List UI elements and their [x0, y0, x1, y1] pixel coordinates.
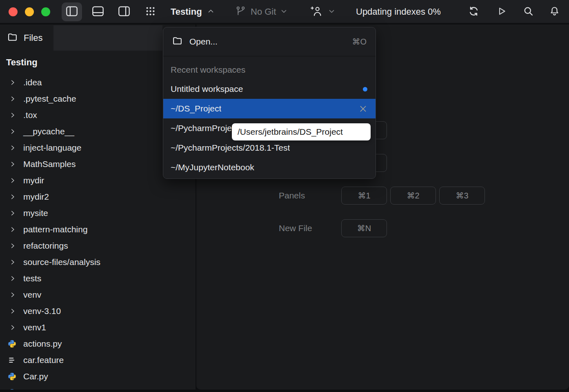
tree-item-label: venv: [23, 290, 41, 300]
tree-item-actions.py[interactable]: actions.py: [0, 336, 196, 352]
git-status-label: No Git: [251, 7, 276, 17]
tree-item-label: __pycache__: [23, 127, 74, 136]
tab-files[interactable]: Files: [0, 25, 53, 51]
chevron-right-icon[interactable]: [10, 210, 16, 216]
tree-item-label: tests: [23, 274, 41, 283]
tree-item-label: mydir2: [23, 192, 49, 202]
tree-item-label: pattern-matching: [23, 225, 88, 234]
tree-item-label: car.feature: [23, 355, 64, 365]
top-bar: Testing No Git Updating indexes 0%: [0, 0, 569, 24]
notifications-button[interactable]: [546, 0, 562, 24]
tree-item-label: .tox: [23, 110, 37, 120]
chevron-right-icon[interactable]: [10, 194, 16, 200]
tree-item-tests[interactable]: tests: [0, 270, 196, 287]
window-close-button[interactable]: [9, 7, 18, 16]
chevron-right-icon[interactable]: [10, 112, 16, 118]
chevron-right-icon[interactable]: [10, 145, 16, 151]
window-zoom-button[interactable]: [41, 7, 50, 16]
chevron-right-icon[interactable]: [10, 325, 16, 330]
recent-workspaces-header: Recent workspaces: [171, 65, 368, 74]
chevron-up-icon: [207, 8, 214, 16]
tree-item-venv-3.10[interactable]: venv-3.10: [0, 303, 196, 319]
layout-left-icon: [66, 6, 78, 18]
search-button[interactable]: [520, 0, 536, 24]
chevron-right-icon[interactable]: [10, 80, 16, 85]
shortcut-keycap: ⌘3: [439, 187, 485, 205]
window-minimize-button[interactable]: [25, 7, 34, 16]
menu-item-open[interactable]: Open... ⌘O: [163, 27, 376, 56]
tree-item-mydir2[interactable]: mydir2: [0, 189, 196, 205]
path-tooltip: /Users/jetbrains/DS_Project: [232, 123, 371, 140]
workspace-item[interactable]: ~/MyJupyterNotebook: [163, 158, 376, 177]
tree-item-label: venv1: [23, 323, 46, 332]
folder-icon: [172, 36, 182, 48]
workspace-grid-button[interactable]: [140, 2, 160, 21]
shortcut-label: Panels: [279, 191, 305, 200]
shortcut-keycap: ⌘N: [341, 219, 387, 237]
workspace-item-label: ~/PycharmProjects/2018.1-Test: [171, 143, 290, 153]
chevron-right-icon[interactable]: [10, 308, 16, 314]
project-switcher[interactable]: Testing: [171, 0, 214, 24]
chevron-right-icon[interactable]: [10, 129, 16, 134]
indexing-status: Updating indexes 0%: [356, 0, 441, 24]
panel-tab-strip: [53, 25, 162, 51]
tree-item-mysite[interactable]: mysite: [0, 205, 196, 221]
chevron-right-icon[interactable]: [10, 259, 16, 265]
bell-icon: [549, 6, 560, 18]
project-name: Testing: [171, 7, 202, 17]
tree-item-label: Car.py: [23, 372, 48, 381]
run-button[interactable]: [493, 0, 509, 24]
toggle-right-panel-button[interactable]: [114, 2, 134, 21]
tree-item-venv1[interactable]: venv1: [0, 319, 196, 336]
tree-item-source-files-analysis[interactable]: source-files/analysis: [0, 254, 196, 270]
tab-files-label: Files: [24, 33, 42, 43]
sync-button[interactable]: [465, 0, 482, 24]
chevron-right-icon[interactable]: [10, 276, 16, 281]
run-icon: [496, 6, 507, 18]
workspace-item[interactable]: ~/DS_Project: [163, 99, 376, 118]
toggle-left-panel-button[interactable]: [62, 2, 82, 21]
python-file-icon: [8, 372, 16, 381]
toggle-bottom-panel-button[interactable]: [88, 2, 108, 21]
active-workspace-dot: [363, 87, 367, 91]
folder-icon: [7, 32, 18, 44]
python-file-icon: [8, 340, 16, 348]
open-label: Open...: [189, 37, 345, 47]
workspace-item-label: ~/DS_Project: [171, 104, 221, 114]
chevron-right-icon[interactable]: [10, 161, 16, 167]
add-user-icon: [310, 5, 323, 19]
workspace-item[interactable]: Untitled workspace: [163, 79, 376, 99]
chevron-right-icon[interactable]: [10, 292, 16, 298]
shortcut-label: New File: [279, 223, 312, 233]
collaboration-widget[interactable]: [310, 0, 335, 24]
tree-item-completion.py[interactable]: completion.py: [0, 385, 196, 390]
chevron-right-icon[interactable]: [10, 227, 16, 232]
app-grid-icon: [145, 6, 156, 18]
git-branch-icon: [235, 6, 246, 18]
layout-bottom-icon: [92, 6, 104, 18]
tree-item-refactorings[interactable]: refactorings: [0, 238, 196, 254]
workspace-item[interactable]: ~/PycharmProjects/2018.1-Test: [163, 138, 376, 158]
git-widget[interactable]: No Git: [235, 0, 287, 24]
close-icon[interactable]: [359, 105, 367, 113]
sync-icon: [468, 6, 479, 18]
tree-item-label: .idea: [23, 78, 42, 87]
workspace-item-label: ~/MyJupyterNotebook: [171, 163, 254, 172]
tree-item-venv[interactable]: venv: [0, 287, 196, 303]
chevron-right-icon[interactable]: [10, 243, 16, 249]
tree-item-label: venv-3.10: [23, 306, 61, 316]
tree-item-label: actions.py: [23, 339, 62, 349]
shortcut-keycap: ⌘2: [390, 187, 436, 205]
tree-item-label: .pytest_cache: [23, 94, 76, 104]
tree-item-Car.py[interactable]: Car.py: [0, 368, 196, 385]
tree-item-label: mydir: [23, 176, 44, 185]
project-root-label: Testing: [6, 57, 38, 68]
tree-item-label: completion.py: [23, 388, 76, 390]
tree-item-car.feature[interactable]: car.feature: [0, 352, 196, 368]
search-icon: [523, 6, 534, 18]
chevron-right-icon[interactable]: [10, 178, 16, 183]
fleet-window: Testing No Git Updating indexes 0%: [0, 0, 569, 392]
feature-file-icon: [8, 356, 16, 364]
tree-item-pattern-matching[interactable]: pattern-matching: [0, 221, 196, 238]
chevron-right-icon[interactable]: [10, 96, 16, 102]
